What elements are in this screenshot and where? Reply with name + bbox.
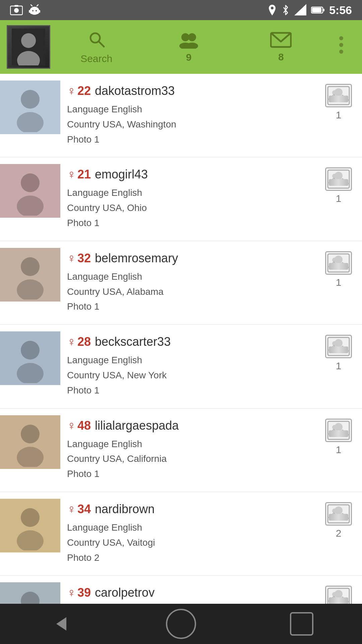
gender-age: ♀ 48 — [67, 419, 91, 433]
username: carolpetrov — [95, 586, 155, 600]
user-photo: Photo 1 — [67, 383, 308, 398]
user-age: 21 — [77, 167, 91, 181]
user-item[interactable]: ♀ 32 belemrosemary Language English Coun… — [0, 241, 362, 325]
user-age: 32 — [77, 251, 91, 265]
svg-rect-10 — [39, 10, 40, 13]
home-button[interactable] — [161, 610, 201, 637]
user-photo-count[interactable]: 1 — [315, 415, 362, 459]
svg-point-1 — [14, 8, 19, 13]
mail-count: 8 — [278, 51, 284, 63]
photo-icon-svg — [327, 86, 350, 105]
user-photo: Photo 1 — [67, 216, 308, 231]
search-svg-icon — [87, 30, 106, 49]
svg-point-38 — [332, 174, 337, 178]
svg-rect-14 — [323, 9, 324, 11]
svg-point-6 — [36, 10, 37, 11]
user-country: Country USA, California — [67, 451, 308, 467]
gender-icon: ♀ — [67, 336, 76, 348]
avatar-image — [10, 166, 50, 216]
nav-mail[interactable]: 8 — [235, 32, 327, 63]
svg-rect-42 — [328, 254, 349, 272]
username: emogirl43 — [95, 167, 148, 181]
back-button[interactable] — [40, 610, 80, 637]
gender-age: ♀ 21 — [67, 167, 91, 181]
gender-icon: ♀ — [67, 587, 76, 599]
recents-button[interactable] — [282, 610, 322, 637]
svg-point-63 — [332, 592, 337, 597]
photo-count-number: 1 — [336, 193, 342, 204]
user-photo-count[interactable]: 1 — [315, 80, 362, 124]
user-header: ♀ 21 emogirl43 — [67, 167, 308, 181]
user-photo-count[interactable]: 1 — [315, 248, 362, 291]
user-info: ♀ 34 nardibrown Language English Country… — [60, 499, 315, 569]
username: beckscarter33 — [95, 335, 171, 349]
svg-rect-32 — [328, 87, 349, 105]
user-header: ♀ 34 nardibrown — [67, 502, 308, 516]
svg-marker-12 — [294, 4, 306, 15]
gender-age: ♀ 39 — [67, 586, 91, 600]
user-header: ♀ 22 dakotastrom33 — [67, 84, 308, 98]
avatar-image — [10, 501, 50, 550]
battery-status-icon — [311, 6, 324, 14]
user-photo-count[interactable]: 1 — [315, 331, 362, 375]
svg-point-58 — [332, 508, 337, 513]
username: lilialargaespada — [95, 419, 179, 433]
svg-line-8 — [37, 5, 38, 6]
user-header: ♀ 32 belemrosemary — [67, 251, 308, 265]
status-bar: 5:56 — [0, 0, 362, 20]
user-info: ♀ 22 dakotastrom33 Language English Coun… — [60, 80, 315, 150]
user-language: Language English — [67, 437, 308, 452]
status-icons-left — [10, 4, 40, 16]
photo-thumbnail-icon — [325, 419, 352, 442]
user-age: 28 — [77, 335, 91, 349]
user-language: Language English — [67, 520, 308, 535]
svg-point-53 — [332, 425, 337, 430]
home-circle-icon — [166, 609, 196, 639]
svg-rect-57 — [328, 505, 349, 523]
photo-thumbnail-icon — [325, 502, 352, 526]
user-language: Language English — [67, 269, 308, 284]
user-header: ♀ 28 beckscarter33 — [67, 335, 308, 349]
mail-svg-icon — [270, 32, 292, 48]
android-status-icon — [29, 4, 40, 16]
back-icon — [50, 614, 70, 634]
gender-icon: ♀ — [67, 252, 76, 264]
user-item[interactable]: ♀ 22 dakotastrom33 Language English Coun… — [0, 74, 362, 157]
svg-point-5 — [32, 10, 34, 11]
user-item[interactable]: ♀ 34 nardibrown Language English Country… — [0, 492, 362, 576]
nav-more-button[interactable] — [327, 35, 355, 59]
svg-point-35 — [21, 173, 40, 192]
user-avatar — [0, 499, 60, 552]
user-country: Country USA, Alabama — [67, 284, 308, 300]
gender-icon: ♀ — [67, 420, 76, 432]
avatar-image — [10, 83, 50, 132]
svg-point-50 — [21, 425, 40, 443]
user-country: Country USA, New York — [67, 368, 308, 383]
photo-icon-svg — [327, 421, 350, 440]
photo-count-number: 1 — [336, 360, 342, 372]
photo-count-number: 1 — [336, 277, 342, 288]
avatar-image — [10, 417, 50, 467]
user-info: ♀ 21 emogirl43 Language English Country … — [60, 164, 315, 234]
user-info: ♀ 28 beckscarter33 Language English Coun… — [60, 331, 315, 401]
user-photo-count[interactable]: 2 — [315, 499, 362, 542]
svg-rect-52 — [328, 421, 349, 439]
nav-avatar-image — [12, 29, 45, 65]
svg-point-28 — [339, 50, 343, 54]
user-item[interactable]: ♀ 21 emogirl43 Language English Country … — [0, 157, 362, 241]
user-photo-count[interactable]: 1 — [315, 164, 362, 208]
photo-icon-svg — [327, 504, 350, 524]
user-item[interactable]: ♀ 48 lilialargaespada Language English C… — [0, 409, 362, 492]
nav-avatar[interactable] — [7, 25, 50, 69]
user-photo: Photo 1 — [67, 299, 308, 314]
user-item[interactable]: ♀ 28 beckscarter33 Language English Coun… — [0, 325, 362, 408]
signal-status-icon — [294, 4, 306, 16]
gender-icon: ♀ — [67, 168, 76, 180]
gender-age: ♀ 32 — [67, 251, 91, 265]
nav-search[interactable]: Search — [50, 30, 142, 64]
nav-groups[interactable]: 9 — [142, 31, 235, 63]
status-icons-right: 5:56 — [267, 4, 352, 17]
svg-point-43 — [332, 258, 337, 262]
username: nardibrown — [95, 502, 155, 516]
svg-line-20 — [99, 41, 104, 47]
